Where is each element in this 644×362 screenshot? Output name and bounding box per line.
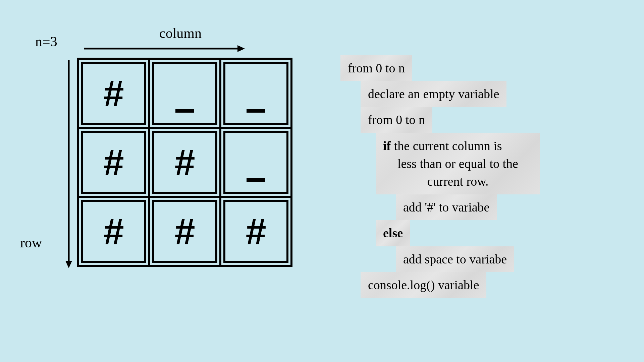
- cell-inner: #: [152, 131, 217, 194]
- hash-icon: #: [103, 213, 124, 250]
- grid-row: # # #: [79, 196, 290, 265]
- code-text: current row.: [383, 173, 533, 190]
- grid-cell: #: [79, 129, 148, 196]
- grid-cell: [219, 129, 290, 196]
- cell-inner: #: [81, 62, 146, 125]
- code-line-3: from 0 to n: [361, 107, 432, 133]
- if-keyword: if: [383, 139, 391, 153]
- cell-inner: [152, 62, 217, 125]
- hash-icon: #: [246, 213, 266, 250]
- grid-cell: #: [148, 129, 219, 196]
- grid-row: # #: [79, 127, 290, 196]
- code-line-4: if the current column is less than or eq…: [376, 133, 540, 195]
- cell-inner: [223, 62, 288, 125]
- grid-cell: #: [79, 198, 148, 265]
- svg-marker-3: [65, 261, 72, 268]
- underscore-icon: [175, 109, 194, 113]
- code-text: the current column is: [391, 139, 502, 153]
- cell-inner: #: [223, 200, 288, 263]
- pseudocode-block: from 0 to n declare an empty variable fr…: [340, 55, 540, 298]
- grid: # # # # # #: [77, 58, 292, 267]
- code-line-6: else: [376, 220, 410, 246]
- cell-inner: #: [81, 131, 146, 194]
- underscore-icon: [247, 109, 265, 113]
- code-text: less than or equal to the: [383, 155, 533, 173]
- code-line-8: console.log() variable: [361, 272, 486, 298]
- grid-cell: [148, 60, 219, 127]
- grid-cell: #: [79, 60, 148, 127]
- hash-icon: #: [174, 213, 195, 250]
- diagram-container: n=3 column row # # # # # # from 0 to n d…: [0, 0, 644, 362]
- code-line-2: declare an empty variable: [361, 81, 506, 107]
- cell-inner: #: [152, 200, 217, 263]
- code-line-1: from 0 to n: [340, 55, 412, 81]
- row-label: row: [20, 235, 42, 251]
- n-label: n=3: [35, 34, 57, 50]
- svg-marker-1: [237, 45, 245, 52]
- row-arrow-icon: [64, 60, 74, 268]
- hash-icon: #: [174, 144, 195, 181]
- grid-cell: #: [148, 198, 219, 265]
- cell-inner: [223, 131, 288, 194]
- grid-cell: #: [219, 198, 290, 265]
- hash-icon: #: [103, 144, 124, 181]
- column-arrow-icon: [84, 44, 245, 54]
- grid-cell: [219, 60, 290, 127]
- grid-row: #: [79, 60, 290, 127]
- cell-inner: #: [81, 200, 146, 263]
- hash-icon: #: [103, 75, 124, 112]
- underscore-icon: [247, 178, 265, 182]
- code-line-5: add '#' to variabe: [396, 194, 497, 220]
- else-keyword: else: [383, 226, 403, 240]
- column-label: column: [159, 25, 202, 41]
- code-line-7: add space to variabe: [396, 246, 514, 272]
